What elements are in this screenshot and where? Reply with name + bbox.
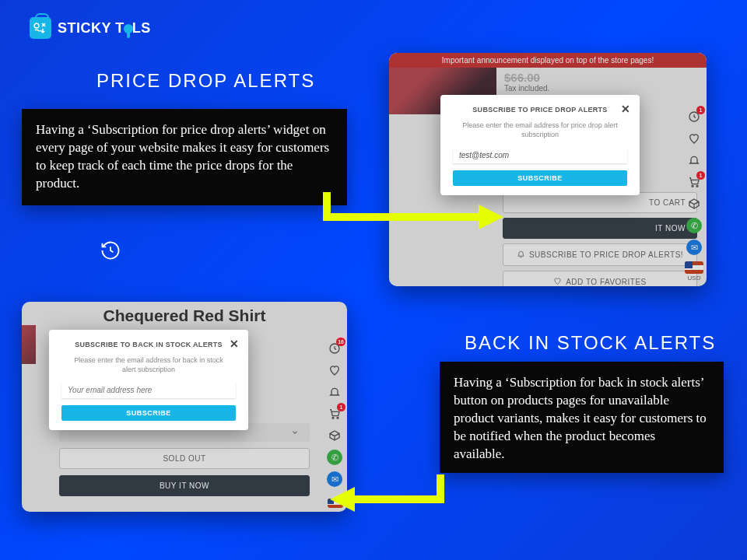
history-rail-icon[interactable]: 1 [686, 109, 702, 124]
modal-back-in-stock: ✕ SUBSCRIBE TO BACK IN STOCK ALERTS Plea… [49, 330, 248, 430]
product-price: $66.00 [504, 71, 699, 84]
heart-rail-icon[interactable] [327, 362, 342, 378]
logo-o-icon [124, 24, 133, 33]
bell-rail-icon[interactable] [327, 384, 342, 400]
chevron-down-icon [291, 429, 299, 436]
close-icon[interactable]: ✕ [230, 338, 239, 350]
modal-title: SUBSCRIBE TO PRICE DROP ALERTS [453, 106, 627, 114]
product-image-edge [22, 325, 36, 364]
bell-icon [517, 250, 525, 260]
logo-icon [30, 17, 51, 39]
screenshot-price-drop: Important announcement displayed on top … [389, 53, 707, 286]
email-input[interactable] [61, 382, 236, 398]
product-title: Chequered Red Shirt [22, 302, 347, 327]
subscribe-price-drop-button[interactable]: SUBSCRIBE TO PRICE DROP ALERTS! [503, 243, 697, 266]
messenger-icon[interactable]: ✉ [327, 471, 342, 487]
sold-out-button[interactable]: SOLD OUT [59, 448, 310, 469]
modal-prompt: Please enter the email address for back … [61, 356, 236, 374]
cart-rail-icon[interactable]: 1 [686, 174, 702, 190]
flag-icon [328, 499, 343, 508]
badge: 1 [696, 171, 705, 180]
whatsapp-icon[interactable]: ✆ [686, 218, 702, 233]
modal-price-drop: ✕ SUBSCRIBE TO PRICE DROP ALERTS Please … [440, 95, 640, 195]
svg-point-1 [692, 185, 693, 187]
box-rail-icon[interactable] [327, 428, 342, 443]
subscribe-button[interactable]: SUBSCRIBE [453, 170, 627, 186]
history-icon [100, 240, 121, 264]
bell-rail-icon[interactable] [686, 152, 702, 168]
side-rail: 16 1 ✆ ✉ [327, 341, 342, 487]
logo-text: STICKY TLS [58, 20, 151, 37]
messenger-icon[interactable]: ✉ [686, 240, 702, 255]
history-rail-icon[interactable]: 16 [327, 341, 342, 356]
modal-title: SUBSCRIBE TO BACK IN STOCK ALERTS [61, 341, 236, 348]
desc-back-in-stock: Having a ‘Subscription for back in stock… [440, 362, 724, 473]
heading-back-in-stock: BACK IN STOCK ALERTS [465, 332, 716, 354]
buy-now-button[interactable]: IT NOW [503, 218, 697, 239]
subscribe-button[interactable]: SUBSCRIBE [61, 405, 236, 421]
heart-icon [553, 277, 562, 286]
currency-selector[interactable]: USD [685, 261, 703, 282]
badge: 1 [696, 106, 705, 114]
close-icon[interactable]: ✕ [621, 103, 630, 115]
heading-price-drop: PRICE DROP ALERTS [96, 70, 315, 92]
add-to-cart-button[interactable]: TO CART [503, 192, 697, 213]
svg-point-5 [337, 417, 338, 418]
svg-point-2 [696, 185, 698, 187]
whatsapp-icon[interactable]: ✆ [327, 450, 342, 465]
flag-icon [685, 261, 703, 274]
screenshot-back-in-stock: Chequered Red Shirt SOLD OUT BUY IT NOW … [22, 302, 347, 512]
side-rail: 1 1 ✆ ✉ USD [685, 109, 703, 282]
svg-point-4 [332, 417, 334, 418]
cart-rail-icon[interactable]: 1 [327, 406, 342, 422]
badge: 16 [336, 338, 345, 346]
brand-logo: STICKY TLS [30, 17, 151, 39]
heart-rail-icon[interactable] [686, 131, 702, 146]
tax-note: Tax included. [504, 84, 699, 93]
modal-prompt: Please enter the email address for price… [453, 121, 627, 139]
email-input[interactable] [453, 147, 627, 163]
add-favorites-button[interactable]: ADD TO FAVORITES [503, 271, 697, 286]
buy-now-button[interactable]: BUY IT NOW [59, 475, 310, 496]
box-rail-icon[interactable] [686, 196, 702, 212]
desc-price-drop: Having a ‘Subscription for price drop al… [22, 109, 347, 205]
announcement-bar: Important announcement displayed on top … [389, 53, 707, 68]
badge: 1 [337, 403, 345, 411]
